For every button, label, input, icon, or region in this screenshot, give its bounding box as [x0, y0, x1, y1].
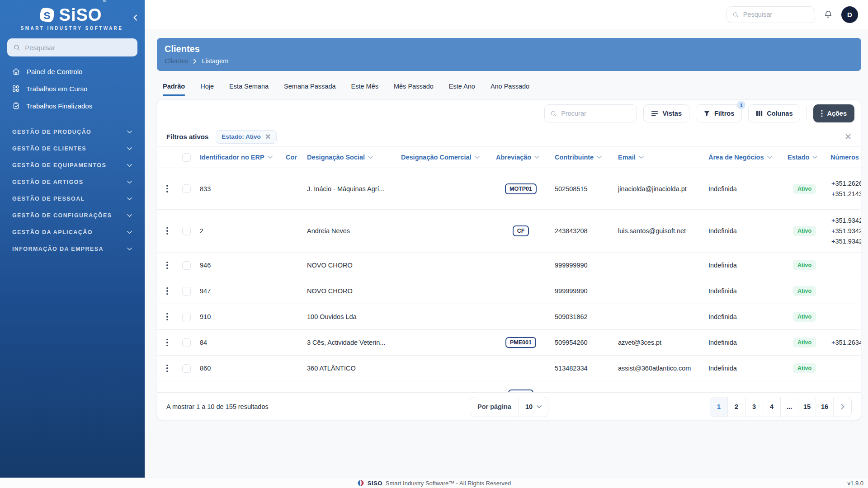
per-page-select[interactable]: 10 [519, 397, 548, 417]
app-version: v1.9.0 [848, 480, 863, 487]
global-search-input[interactable] [743, 11, 809, 18]
column-header-identificador-no-erp[interactable]: Identificador no ERP [195, 154, 281, 161]
row-menu-button[interactable] [164, 362, 171, 375]
table-search-input[interactable] [561, 110, 631, 117]
filters-count-badge: 1 [737, 101, 745, 109]
cell-erp-id: 2 [195, 227, 281, 235]
cell-email: jinaciolda@jinaciolda.pt [613, 185, 704, 192]
row-menu-button[interactable] [164, 310, 171, 324]
chevron-right-icon [193, 59, 197, 64]
chevron-down-icon [534, 155, 539, 159]
sidebar-section-label: GESTÃO DE PESSOAL [12, 196, 85, 202]
column-header-contribuinte[interactable]: Contribuinte [550, 154, 613, 161]
sidebar-section-gestao-da-aplicacao[interactable]: GESTÃO DA APLICAÇÃO [0, 224, 145, 240]
cell-status: Ativo [783, 286, 826, 296]
sidebar-collapse-button[interactable] [132, 14, 138, 22]
sidebar-section-informacao-da-empresa[interactable]: INFORMAÇÃO DA EMPRESA [0, 240, 145, 257]
row-menu-cell [157, 336, 177, 349]
table-toolbar: Vistas Filtros 1 Colunas Ações [157, 100, 861, 127]
column-header-cor[interactable]: Cor [281, 154, 302, 161]
page-button-1[interactable]: 1 [710, 397, 728, 417]
breadcrumb: Clientes Listagem [165, 57, 854, 65]
tab-esta-semana[interactable]: Esta Semana [229, 83, 269, 96]
page-button-15[interactable]: 15 [798, 397, 816, 417]
cell-abbreviation: MOTP01 [491, 183, 550, 194]
sidebar-search[interactable] [7, 38, 137, 56]
abbreviation-badge: MOTP01 [505, 183, 537, 194]
column-header-area-de-negocios[interactable]: Área de Negócios [704, 154, 783, 161]
sidebar-section-gestao-de-equipamentos[interactable]: GESTÃO DE EQUIPAMENTOS [0, 157, 145, 174]
cell-erp-id: 947 [195, 287, 281, 295]
row-checkbox[interactable] [182, 313, 191, 321]
cell-social-name: NOVO CHORO [302, 287, 396, 295]
close-filters-bar-button[interactable]: ✕ [844, 132, 852, 141]
row-checkbox[interactable] [182, 338, 191, 347]
row-menu-button[interactable] [164, 225, 171, 238]
column-header-designacao-comercial[interactable]: Designação Comercial [396, 154, 491, 161]
filter-chip-estado-ativo[interactable]: Estado: Ativo ✕ [216, 130, 277, 144]
sidebar-section-gestao-de-producao[interactable]: GESTÃO DE PRODUÇÃO [0, 123, 145, 140]
tab-semana-passada[interactable]: Semana Passada [284, 83, 335, 96]
table-row: 947NOVO CHORO999999990IndefinidaAtivo [157, 278, 861, 304]
user-avatar[interactable]: D [841, 6, 858, 23]
row-checkbox[interactable] [182, 287, 191, 296]
sidebar-section-gestao-de-configuracoes[interactable]: GESTÃO DE CONFIGURAÇÕES [0, 207, 145, 224]
tab-este-mes[interactable]: Este Mês [351, 83, 378, 96]
column-header-estado[interactable]: Estado [783, 154, 826, 161]
sidebar-section-gestao-de-clientes[interactable]: GESTÃO DE CLIENTES [0, 140, 145, 157]
sidebar-item-trabalhos-em-curso[interactable]: Trabalhos em Curso [0, 80, 145, 97]
column-header-email[interactable]: Email [613, 154, 704, 161]
logo-tagline: SMART INDUSTRY SOFTWARE [21, 26, 123, 31]
cell-email: luis.santos@guisoft.net [613, 227, 704, 235]
row-menu-button[interactable] [164, 336, 171, 349]
filters-button[interactable]: Filtros 1 [696, 104, 742, 122]
sidebar-section-gestao-de-artigos[interactable]: GESTÃO DE ARTIGOS [0, 174, 145, 190]
row-checkbox[interactable] [182, 184, 191, 193]
next-page-button[interactable] [834, 397, 851, 417]
cell-business-area: Indefinida [704, 185, 783, 192]
table-search[interactable] [544, 104, 637, 122]
cell-business-area: Indefinida [704, 287, 783, 295]
page-button-3[interactable]: 3 [745, 397, 763, 417]
notifications-button[interactable] [823, 9, 833, 19]
columns-button[interactable]: Colunas [748, 104, 800, 122]
cell-erp-id: 84 [195, 339, 281, 346]
svg-text:S: S [43, 9, 50, 21]
global-search[interactable] [726, 6, 815, 23]
cell-status: Ativo [783, 312, 826, 322]
clipped-abbreviation-badge [508, 389, 533, 393]
row-checkbox[interactable] [182, 364, 191, 373]
tab-padrao[interactable]: Padrão [163, 83, 185, 96]
sidebar-item-trabalhos-finalizados[interactable]: Trabalhos Finalizados [0, 97, 145, 114]
page-button-4[interactable]: 4 [763, 397, 781, 417]
page-ellipsis: ... [781, 397, 798, 417]
chip-close-icon[interactable]: ✕ [265, 133, 271, 141]
select-all-checkbox[interactable] [182, 153, 191, 162]
column-header-designacao-social[interactable]: Designação Social [302, 154, 396, 161]
tab-hoje[interactable]: Hoje [200, 83, 214, 96]
chevron-down-icon [127, 164, 132, 167]
page-button-16[interactable]: 16 [816, 397, 834, 417]
cell-email: assist@360atlantico.com [613, 365, 704, 372]
page-button-2[interactable]: 2 [728, 397, 745, 417]
row-menu-button[interactable] [164, 182, 171, 195]
tab-este-ano[interactable]: Este Ano [449, 83, 475, 96]
row-checkbox[interactable] [182, 261, 191, 270]
actions-button[interactable]: Ações [813, 104, 854, 122]
cell-business-area: Indefinida [704, 339, 783, 346]
tab-mes-passado[interactable]: Mês Passado [394, 83, 434, 96]
abbreviation-badge: PME001 [505, 337, 536, 348]
row-menu-button[interactable] [164, 259, 171, 272]
logo-wordmark: SiSO™ [59, 6, 107, 23]
breadcrumb-parent[interactable]: Clientes [165, 57, 188, 65]
tab-ano-passado[interactable]: Ano Passado [491, 83, 529, 96]
row-menu-button[interactable] [164, 285, 171, 298]
views-button[interactable]: Vistas [643, 104, 689, 122]
sidebar-search-input[interactable] [25, 44, 132, 52]
row-checkbox[interactable] [182, 227, 191, 235]
column-header-numeros-d[interactable]: Números d [826, 154, 861, 161]
sidebar-section-gestao-de-pessoal[interactable]: GESTÃO DE PESSOAL [0, 190, 145, 207]
column-header-abreviacao[interactable]: Abreviação [491, 154, 550, 161]
sidebar-item-painel-de-controlo[interactable]: Painel de Controlo [0, 63, 145, 80]
status-badge: Ativo [793, 286, 816, 296]
